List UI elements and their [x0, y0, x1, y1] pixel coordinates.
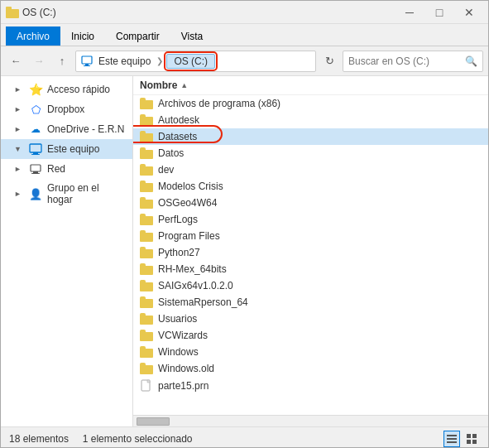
sidebar-item-red[interactable]: ► Red	[1, 159, 132, 179]
list-item-datasets[interactable]: Datasets	[133, 128, 488, 145]
file-list[interactable]: Archivos de programa (x86) Autodesk Data…	[133, 95, 488, 415]
computer-icon	[29, 142, 42, 156]
sidebar-item-label: Red	[47, 163, 65, 175]
file-name: RH-Mex_64bits	[158, 263, 227, 275]
expand-arrow: ►	[14, 85, 24, 94]
title-bar-title: OS (C:)	[22, 7, 56, 18]
search-bar[interactable]: 🔍	[343, 51, 483, 72]
folder-icon	[140, 296, 153, 308]
ribbon: Archivo Inicio Compartir Vista	[1, 24, 488, 46]
svg-rect-3	[85, 64, 89, 65]
file-name: Datasets	[158, 131, 197, 142]
folder-icon	[140, 346, 153, 358]
tab-vista[interactable]: Vista	[170, 26, 213, 46]
folder-icon	[140, 131, 153, 142]
list-item[interactable]: Datos	[133, 145, 488, 161]
list-item[interactable]: dev	[133, 161, 488, 178]
close-button[interactable]: ✕	[455, 3, 483, 22]
up-button[interactable]: ↑	[52, 51, 72, 71]
file-name: VCWizards	[158, 330, 208, 341]
expand-arrow: ►	[14, 165, 24, 173]
list-item[interactable]: Modelos Crisis	[133, 178, 488, 195]
item-count: 18 elementos	[9, 433, 69, 445]
address-separator: ❯	[156, 56, 163, 65]
sidebar-item-grupo-hogar[interactable]: ► 👤 Grupo en el hogar	[1, 179, 132, 209]
svg-rect-14	[447, 441, 457, 443]
svg-rect-8	[31, 165, 41, 171]
svg-rect-12	[447, 435, 457, 436]
view-tiles-button[interactable]	[463, 431, 480, 447]
ribbon-tabs: Archivo Inicio Compartir Vista	[1, 24, 488, 46]
sidebar-item-dropbox[interactable]: ► ⬠ Dropbox	[1, 99, 132, 119]
sidebar-item-label: Dropbox	[47, 104, 84, 115]
list-item[interactable]: parte15.prn	[133, 377, 488, 395]
refresh-button[interactable]: ↻	[319, 51, 339, 71]
list-item[interactable]: VCWizards	[133, 327, 488, 344]
network-icon	[29, 162, 42, 176]
address-part-este-equipo[interactable]: Este equipo	[96, 55, 153, 68]
list-item[interactable]: Windows	[133, 344, 488, 360]
status-bar: 18 elementos 1 elemento seleccionado	[1, 426, 488, 448]
column-header[interactable]: Nombre ▲	[133, 76, 488, 95]
search-input[interactable]	[348, 55, 462, 67]
svg-rect-5	[30, 144, 41, 152]
folder-icon	[140, 247, 153, 258]
folder-icon	[140, 330, 153, 341]
list-item[interactable]: OSGeo4W64	[133, 195, 488, 211]
minimize-button[interactable]: ─	[396, 3, 424, 22]
expand-arrow: ►	[14, 125, 24, 133]
computer-small-icon	[81, 55, 93, 67]
folder-icon	[140, 147, 153, 159]
file-name: Program Files	[158, 230, 220, 242]
list-item[interactable]: Usuarios	[133, 311, 488, 327]
folder-icon	[140, 181, 153, 192]
onedrive-icon: ☁	[29, 123, 42, 136]
horizontal-scrollbar[interactable]	[133, 415, 488, 426]
star-icon: ⭐	[29, 83, 42, 96]
list-item[interactable]: SistemaRperson_64	[133, 294, 488, 311]
view-details-button[interactable]	[443, 431, 460, 447]
folder-icon	[140, 313, 153, 325]
folder-icon	[140, 164, 153, 176]
svg-rect-4	[84, 65, 90, 66]
list-item[interactable]: PerfLogs	[133, 211, 488, 228]
file-name: Autodesk	[158, 114, 199, 126]
address-bar[interactable]: Este equipo ❯ OS (C:)	[75, 51, 316, 72]
file-name: Windows.old	[158, 363, 214, 374]
sidebar-item-este-equipo[interactable]: ▼ Este equipo	[1, 139, 132, 159]
file-name: Usuarios	[158, 313, 197, 325]
folder-icon	[140, 280, 153, 291]
file-name: Python27	[158, 247, 200, 258]
file-name: Datos	[158, 147, 184, 159]
sidebar-item-label: Este equipo	[47, 143, 99, 155]
folder-title-icon	[6, 6, 19, 19]
forward-button[interactable]: →	[29, 51, 49, 71]
address-current-os[interactable]: OS (C:)	[166, 54, 215, 69]
tab-inicio[interactable]: Inicio	[60, 26, 105, 46]
file-area: Nombre ▲ Archivos de programa (x86) Auto…	[133, 76, 488, 426]
file-name: Windows	[158, 346, 199, 358]
file-name: dev	[158, 164, 174, 176]
file-name: Modelos Crisis	[158, 181, 223, 192]
sidebar-item-label: Acceso rápido	[47, 84, 110, 95]
list-item[interactable]: Windows.old	[133, 360, 488, 377]
tab-archivo[interactable]: Archivo	[6, 26, 60, 46]
tab-compartir[interactable]: Compartir	[105, 26, 170, 46]
file-icon	[140, 379, 153, 393]
expand-arrow: ►	[14, 190, 24, 198]
list-item[interactable]: Autodesk	[133, 112, 488, 128]
list-item[interactable]: Python27	[133, 244, 488, 261]
nav-bar: ← → ↑ Este equipo ❯ OS (C:) ↻ 🔍	[1, 46, 488, 76]
list-item[interactable]: Archivos de programa (x86)	[133, 95, 488, 112]
list-item[interactable]: Program Files	[133, 228, 488, 244]
list-item[interactable]: SAIGx64v1.0.2.0	[133, 277, 488, 294]
title-bar: OS (C:) ─ □ ✕	[1, 1, 488, 24]
maximize-button[interactable]: □	[425, 3, 453, 22]
list-item[interactable]: RH-Mex_64bits	[133, 261, 488, 277]
svg-rect-13	[447, 438, 457, 440]
sidebar-item-acceso-rapido[interactable]: ► ⭐ Acceso rápido	[1, 79, 132, 99]
folder-icon	[140, 263, 153, 275]
back-button[interactable]: ←	[6, 51, 26, 71]
h-scroll-thumb[interactable]	[137, 417, 170, 426]
sidebar-item-onedrive[interactable]: ► ☁ OneDrive - E.R.N	[1, 119, 132, 139]
